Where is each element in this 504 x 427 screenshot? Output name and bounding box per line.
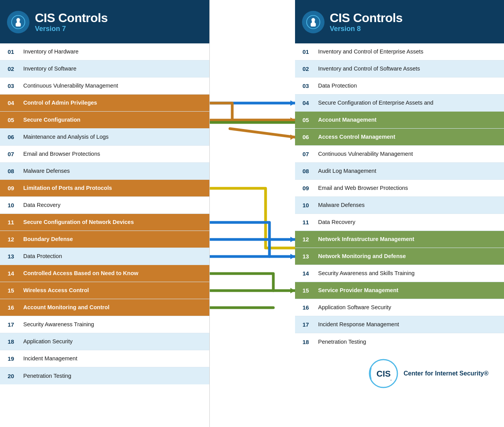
left-name-20: Penetration Testing (22, 370, 209, 382)
svg-rect-12 (311, 23, 316, 27)
left-control-row-04: 04 Control of Admin Privileges (0, 95, 209, 112)
left-control-row-15: 15 Wireless Access Control (0, 282, 209, 299)
right-number-14: 14 (295, 268, 317, 279)
cis-logo: CIS . Center for Internet Security® (368, 358, 488, 389)
left-controls-list: 01 Inventory of Hardware 02 Inventory of… (0, 43, 209, 384)
right-number-13: 13 (295, 251, 317, 262)
svg-rect-3 (17, 21, 20, 23)
right-control-row-04: 04 Secure Configuration of Enterprise As… (295, 95, 504, 112)
right-header: CIS Controls Version 8 (295, 0, 504, 43)
right-number-07: 07 (295, 148, 317, 160)
cis-tagline: Center for Internet Security® (404, 370, 488, 377)
left-name-12: Boundary Defense (22, 233, 209, 245)
connector-area (210, 0, 295, 427)
left-number-09: 09 (0, 183, 22, 194)
svg-marker-7 (290, 237, 295, 242)
left-control-row-18: 18 Application Security (0, 333, 209, 350)
right-control-row-03: 03 Data Protection (295, 77, 504, 95)
left-number-03: 03 (0, 80, 22, 91)
left-name-15: Wireless Access Control (22, 284, 209, 296)
left-control-row-07: 07 Email and Browser Protections (0, 146, 209, 163)
right-name-08: Audit Log Management (317, 165, 504, 177)
left-name-16: Account Monitoring and Control (22, 301, 209, 313)
left-number-12: 12 (0, 234, 22, 245)
right-name-04: Secure Configuration of Enterprise Asset… (317, 97, 504, 109)
svg-point-11 (311, 18, 315, 22)
left-control-row-10: 10 Data Recovery (0, 197, 209, 214)
left-name-06: Maintenance and Analysis of Logs (22, 131, 209, 143)
right-number-05: 05 (295, 114, 317, 126)
right-number-02: 02 (295, 63, 317, 74)
left-number-01: 01 (0, 46, 22, 57)
left-control-row-16: 16 Account Monitoring and Control (0, 299, 209, 316)
right-header-icon (302, 11, 324, 33)
svg-rect-2 (16, 23, 21, 27)
right-name-13: Network Monitoring and Defense (317, 250, 504, 262)
left-name-18: Application Security (22, 336, 209, 348)
cis-logo-circle-wrapper: CIS . (368, 358, 399, 389)
left-name-02: Inventory of Software (22, 63, 209, 75)
left-name-17: Security Awareness Training (22, 319, 209, 331)
right-control-row-02: 02 Inventory and Control of Software Ass… (295, 60, 504, 77)
left-name-10: Data Recovery (22, 199, 209, 211)
right-control-row-17: 17 Incident Response Management (295, 316, 504, 333)
right-number-15: 15 (295, 285, 317, 296)
left-number-02: 02 (0, 63, 22, 74)
right-name-07: Continuous Vulnerability Management (317, 148, 504, 160)
left-number-20: 20 (0, 370, 22, 382)
connector-svg (210, 0, 295, 427)
left-number-19: 19 (0, 353, 22, 364)
right-number-06: 06 (295, 131, 317, 143)
right-number-18: 18 (295, 336, 317, 348)
right-control-row-12: 12 Network Infrastructure Management (295, 231, 504, 248)
left-control-row-11: 11 Secure Configuration of Network Devic… (0, 214, 209, 231)
right-control-row-13: 13 Network Monitoring and Defense (295, 248, 504, 265)
left-name-13: Data Protection (22, 250, 209, 262)
right-name-14: Security Awareness and Skills Training (317, 267, 504, 279)
left-control-row-17: 17 Security Awareness Training (0, 316, 209, 333)
right-name-03: Data Protection (317, 80, 504, 92)
left-control-row-12: 12 Boundary Defense (0, 231, 209, 248)
left-name-07: Email and Browser Protections (22, 148, 209, 160)
right-name-10: Malware Defenses (317, 199, 504, 211)
left-control-row-09: 09 Limitation of Ports and Protocols (0, 180, 209, 197)
right-name-09: Email and Web Browser Protections (317, 182, 504, 194)
right-number-03: 03 (295, 80, 317, 91)
left-number-08: 08 (0, 165, 22, 177)
right-name-15: Service Provider Management (317, 284, 504, 296)
svg-marker-9 (290, 288, 295, 293)
cis-logo-svg: CIS . (368, 358, 399, 389)
right-name-18: Penetration Testing (317, 336, 504, 348)
left-header-icon (7, 11, 29, 33)
left-name-08: Malware Defenses (22, 165, 209, 177)
svg-marker-4 (290, 100, 295, 106)
right-name-16: Application Software Security (317, 301, 504, 313)
right-number-11: 11 (295, 217, 317, 228)
left-name-14: Controlled Access Based on Need to Know (22, 267, 209, 279)
svg-point-1 (16, 18, 20, 22)
left-name-01: Inventory of Hardware (22, 46, 209, 58)
right-number-10: 10 (295, 200, 317, 211)
left-control-row-01: 01 Inventory of Hardware (0, 43, 209, 60)
left-number-07: 07 (0, 148, 22, 160)
right-number-08: 08 (295, 165, 317, 177)
right-control-row-06: 06 Access Control Management (295, 129, 504, 146)
left-control-row-14: 14 Controlled Access Based on Need to Kn… (0, 265, 209, 282)
right-control-row-18: 18 Penetration Testing (295, 333, 504, 350)
left-number-14: 14 (0, 268, 22, 279)
left-number-15: 15 (0, 285, 22, 296)
svg-marker-6 (290, 134, 295, 140)
left-number-18: 18 (0, 336, 22, 347)
left-number-06: 06 (0, 131, 22, 143)
right-number-12: 12 (295, 234, 317, 245)
right-control-row-05: 05 Account Management (295, 112, 504, 129)
right-control-row-16: 16 Application Software Security (295, 299, 504, 316)
left-control-row-19: 19 Incident Management (0, 350, 209, 367)
left-header: CIS Controls Version 7 (0, 0, 209, 43)
right-control-row-01: 01 Inventory and Control of Enterprise A… (295, 43, 504, 60)
left-number-17: 17 (0, 319, 22, 330)
main-container: CIS Controls Version 7 01 Inventory of H… (0, 0, 504, 427)
right-name-05: Account Management (317, 114, 504, 126)
left-number-16: 16 (0, 302, 22, 313)
left-title: CIS Controls (35, 11, 108, 25)
